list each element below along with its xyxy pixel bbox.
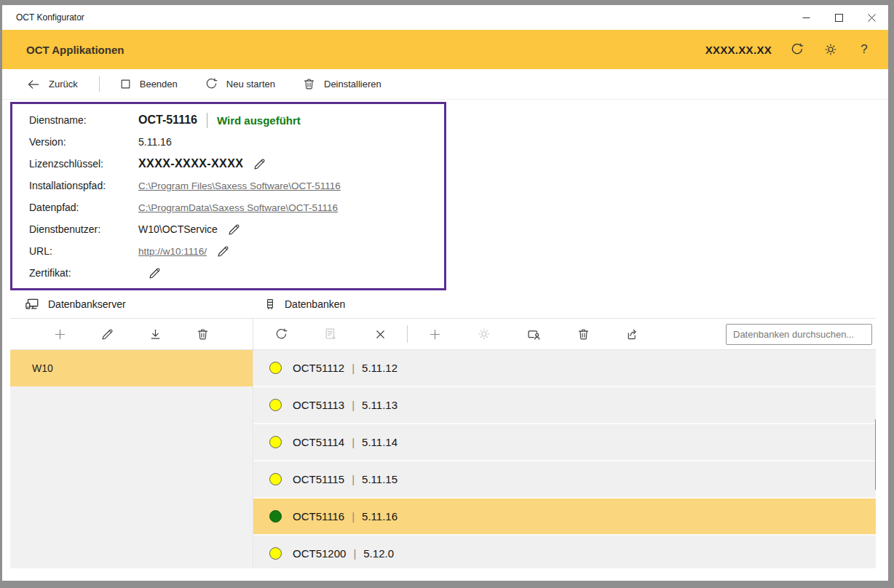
toolbar-divider (407, 325, 408, 343)
detail-row: Installationspfad:C:\Program Files\Saxes… (12, 175, 444, 196)
devices-icon (24, 296, 40, 312)
stop-service-button[interactable]: Beenden (119, 78, 178, 90)
minimize-icon (802, 14, 810, 22)
database-version: 5.11.14 (362, 436, 397, 448)
app-header: OCT Applikationen XXXX.XX.XX ? (2, 30, 888, 69)
delete-server-icon[interactable] (195, 326, 211, 342)
permissions-icon[interactable] (526, 326, 542, 342)
detail-row: Dienstname:OCT-51116Wird ausgeführt (12, 109, 444, 131)
detail-value-group (138, 266, 162, 280)
detail-value-group: http://w10:1116/ (138, 245, 230, 258)
stop-square-icon (119, 78, 132, 90)
database-list-item[interactable]: OCT51200|5.12.0 (253, 536, 876, 568)
status-dot-yellow (269, 399, 282, 411)
stop-label: Beenden (140, 79, 178, 90)
server-list: W10 (10, 350, 253, 568)
close-button[interactable] (855, 5, 888, 30)
database-list-item[interactable]: OCT51114|5.11.14 (253, 424, 876, 460)
minimize-button[interactable] (790, 5, 823, 30)
detail-row: URL:http://w10:1116/ (12, 240, 444, 262)
detail-label: Zertifikat: (29, 267, 138, 279)
header-actions: XXXX.XX.XX ? (705, 41, 872, 57)
servers-panel-title: Datenbankserver (48, 298, 126, 310)
name-version-separator: | (352, 399, 355, 411)
databases-panel-title: Datenbanken (285, 298, 345, 310)
detail-value-group: C:\ProgramData\Saxess Software\OCT-51116 (138, 202, 338, 213)
database-version: 5.12.0 (363, 547, 394, 560)
database-version: 5.11.12 (362, 362, 397, 374)
refresh-icon[interactable] (789, 41, 805, 57)
import-server-icon[interactable] (147, 326, 163, 342)
status-dot-yellow (269, 362, 282, 374)
detail-label: Lizenzschlüssel: (29, 158, 138, 170)
status-dot-green (269, 510, 282, 523)
database-list-item[interactable]: OCT51115|5.11.15 (253, 461, 876, 497)
trash-icon (302, 77, 316, 91)
restart-icon (205, 77, 218, 91)
server-name: W10 (32, 362, 53, 374)
settings-gear-icon[interactable] (823, 41, 839, 57)
edit-pencil-icon[interactable] (253, 157, 266, 171)
detail-label: Version: (29, 136, 138, 148)
window-frame: OCT Konfigurator OCT Applikationen XXXX.… (0, 0, 894, 588)
edit-pencil-icon[interactable] (227, 223, 241, 237)
database-name: OCT51115 (293, 473, 344, 485)
database-name: OCT51116 (293, 510, 344, 523)
name-version-separator: | (352, 510, 355, 523)
panel-lists: W10 OCT51112|5.11.12OCT51113|5.11.13OCT5… (10, 350, 876, 568)
name-version-separator: | (353, 547, 356, 560)
detail-link[interactable]: C:\Program Files\Saxess Software\OCT-511… (138, 180, 341, 191)
database-version: 5.11.16 (362, 510, 397, 523)
detail-link[interactable]: http://w10:1116/ (138, 246, 207, 257)
export-database-icon[interactable] (625, 326, 641, 342)
restart-service-button[interactable]: Neu starten (205, 77, 275, 91)
database-settings-icon (476, 326, 492, 342)
database-version: 5.11.15 (362, 473, 397, 485)
edit-pencil-icon[interactable] (216, 245, 230, 258)
scrollbar-thumb[interactable] (875, 419, 876, 490)
command-bar: Zurück Beenden Neu starten Deinstalliere… (2, 69, 888, 100)
status-dot-yellow (269, 547, 282, 560)
help-icon[interactable]: ? (856, 41, 872, 57)
cancel-icon[interactable] (372, 326, 388, 342)
detail-value: OCT-51116 (138, 114, 197, 127)
search-databases-input[interactable] (726, 324, 872, 345)
status-dot-yellow (269, 436, 282, 448)
edit-server-icon[interactable] (100, 326, 116, 342)
back-button[interactable]: Zurück (26, 77, 78, 92)
detail-row: Zertifikat: (12, 262, 444, 284)
new-from-template-icon (323, 326, 339, 342)
server-list-item[interactable]: W10 (10, 350, 253, 386)
add-database-icon[interactable] (427, 326, 443, 342)
uninstall-button[interactable]: Deinstallieren (302, 77, 381, 91)
detail-label: Dienstbenutzer: (29, 223, 138, 235)
maximize-button[interactable] (823, 5, 855, 30)
refresh-databases-icon[interactable] (273, 326, 289, 342)
database-name: OCT51200 (293, 547, 346, 560)
database-icon (264, 298, 277, 311)
servers-panel-header: Datenbankserver (10, 296, 253, 312)
add-server-icon[interactable] (52, 326, 68, 342)
database-version: 5.11.13 (362, 399, 397, 411)
toolbar-divider (99, 76, 100, 92)
detail-link[interactable]: C:\ProgramData\Saxess Software\OCT-51116 (138, 202, 338, 213)
detail-label: Dienstname: (29, 114, 138, 126)
detail-label: Installationspfad: (29, 180, 138, 191)
detail-row: Lizenzschlüssel:XXXX-XXXX-XXXX (12, 153, 444, 175)
restart-label: Neu starten (226, 79, 275, 90)
service-details-panel: Dienstname:OCT-51116Wird ausgeführtVersi… (10, 102, 446, 290)
servers-toolbar (10, 319, 253, 349)
window-controls (790, 5, 888, 30)
database-list-item[interactable]: OCT51116|5.11.16 (253, 498, 876, 534)
edit-pencil-icon[interactable] (148, 266, 162, 280)
app-window: OCT Konfigurator OCT Applikationen XXXX.… (2, 5, 888, 581)
panel-toolbars (10, 318, 876, 350)
delete-database-icon[interactable] (575, 326, 591, 342)
database-list-item[interactable]: OCT51113|5.11.13 (253, 387, 876, 423)
detail-value: 5.11.16 (138, 136, 172, 148)
window-title: OCT Konfigurator (2, 12, 84, 23)
detail-value-group: XXXX-XXXX-XXXX (138, 157, 266, 171)
database-list-item[interactable]: OCT51112|5.11.12 (253, 350, 876, 386)
databases-toolbar (253, 319, 876, 349)
lower-section: Datenbankserver Datenbanken W10 OCT51112… (10, 290, 876, 568)
